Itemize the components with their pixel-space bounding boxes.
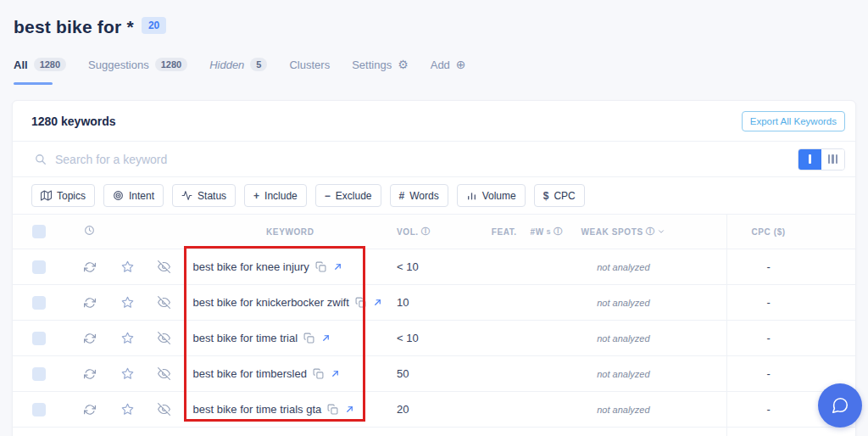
info-icon[interactable]: ⓘ [646,226,655,238]
bar-chart-icon [466,190,477,201]
cpc-value: - [766,403,770,416]
words-column-header: #WSⓘ [526,215,568,249]
eye-off-icon[interactable] [158,367,170,380]
eye-off-icon[interactable] [158,296,170,309]
keyword-text: best bike for time trial [193,332,298,344]
refresh-column-header [65,215,114,249]
chat-bubble-icon [831,396,849,415]
external-link-icon[interactable] [345,405,354,414]
refresh-icon[interactable] [84,333,96,344]
row-checkbox[interactable] [32,403,46,416]
row-checkbox[interactable] [32,260,46,274]
tab-all-count-badge: 1280 [34,58,66,71]
copy-icon[interactable] [313,368,324,379]
refresh-icon[interactable] [84,297,96,309]
external-link-icon[interactable] [321,333,331,343]
clock-icon [84,224,95,239]
filter-row: Topics Intent Status + Include − Exclude… [13,177,855,215]
filter-exclude-button[interactable]: − Exclude [315,184,381,207]
filter-intent-button[interactable]: Intent [103,184,164,207]
filter-topics-button[interactable]: Topics [31,184,95,207]
info-icon[interactable]: ⓘ [421,226,431,238]
search-input[interactable] [55,153,789,166]
keyword-column-header: KEYWORD [187,215,393,249]
row-checkbox[interactable] [32,296,46,310]
filter-words-button[interactable]: # Words [390,184,448,207]
tab-settings[interactable]: Settings ⚙ [352,59,409,73]
weak-spots-value: not analyzed [597,262,649,272]
select-all-checkbox[interactable] [32,225,46,238]
copy-icon[interactable] [327,404,338,415]
title-row: best bike for * 20 [14,17,854,37]
tab-all[interactable]: All 1280 [14,58,66,73]
volume-value: 10 [397,296,409,309]
star-icon[interactable] [121,367,134,380]
tab-clusters[interactable]: Clusters [289,59,330,73]
target-icon [113,190,124,201]
tab-add[interactable]: Add ⊕ [431,59,466,73]
weak-spots-value: not analyzed [597,369,649,379]
cpc-value: - [766,296,770,309]
copy-icon[interactable] [355,297,366,308]
volume-value: 20 [397,403,409,416]
table-row: best bike for time trials gta 20 not ana… [13,391,855,427]
view-toggle [798,148,845,170]
volume-value: < 10 [397,260,419,273]
refresh-icon[interactable] [84,404,96,416]
cpc-value: - [766,367,770,380]
columns-view-button[interactable] [821,149,844,170]
star-icon[interactable] [121,296,134,309]
external-link-icon[interactable] [333,262,342,271]
keyword-count-label: 1280 keywords [31,115,116,128]
eye-off-icon[interactable] [158,332,170,344]
volume-column-header: VOL.ⓘ [393,215,483,249]
filter-cpc-button[interactable]: $ CPC [534,184,585,207]
cpc-value: - [766,332,770,344]
hash-icon: # [399,190,405,202]
row-checkbox[interactable] [32,332,46,345]
row-checkbox[interactable] [32,367,46,381]
chevron-down-icon[interactable] [657,227,665,236]
volume-value: 50 [397,367,409,380]
filter-volume-button[interactable]: Volume [457,184,526,207]
eye-off-icon[interactable] [158,403,170,416]
keyword-text: best bike for timbersled [193,367,307,380]
dollar-icon: $ [543,190,549,202]
table-row: best bike for knickerbocker zwift 10 not… [13,284,855,320]
minus-icon: − [325,190,331,202]
table-row: best bike for knee injury < 10 not analy… [13,249,855,284]
tab-suggestions-count-badge: 1280 [155,58,187,71]
title-count-badge: 20 [142,17,166,34]
cpc-column-header: CPC ($) [726,215,855,249]
copy-icon[interactable] [315,261,326,272]
tab-hidden-count-badge: 5 [250,58,267,71]
filter-include-button[interactable]: + Include [244,184,307,207]
star-icon[interactable] [121,332,134,344]
search-icon [35,154,47,165]
star-icon[interactable] [121,260,134,273]
chat-button[interactable] [818,383,862,428]
refresh-icon[interactable] [84,261,96,273]
eye-off-icon[interactable] [158,260,170,273]
volume-value: < 10 [397,332,419,344]
tab-suggestions[interactable]: Suggestions 1280 [88,58,187,73]
search-row [13,142,855,177]
keywords-card: 1280 keywords Export All Keywords Topics… [12,100,856,436]
gear-icon: ⚙ [398,59,409,70]
weak-spots-value: not analyzed [597,298,649,308]
refresh-icon[interactable] [84,368,96,380]
list-view-button[interactable] [798,149,821,170]
info-icon[interactable]: ⓘ [554,226,563,238]
tab-hidden[interactable]: Hidden 5 [209,58,267,73]
keyword-text: best bike for knee injury [193,260,309,273]
copy-icon[interactable] [303,333,314,344]
external-link-icon[interactable] [373,298,382,307]
page-title: best bike for * [14,17,134,37]
table-row: best bike for time trial < 10 not analyz… [13,320,855,355]
filter-status-button[interactable]: Status [172,184,236,207]
plus-circle-icon: ⊕ [456,59,466,70]
star-icon[interactable] [121,403,134,416]
weak-spots-column-header[interactable]: WEAK SPOTSⓘ [568,215,727,249]
export-all-keywords-button[interactable]: Export All Keywords [742,111,845,131]
external-link-icon[interactable] [331,369,340,378]
